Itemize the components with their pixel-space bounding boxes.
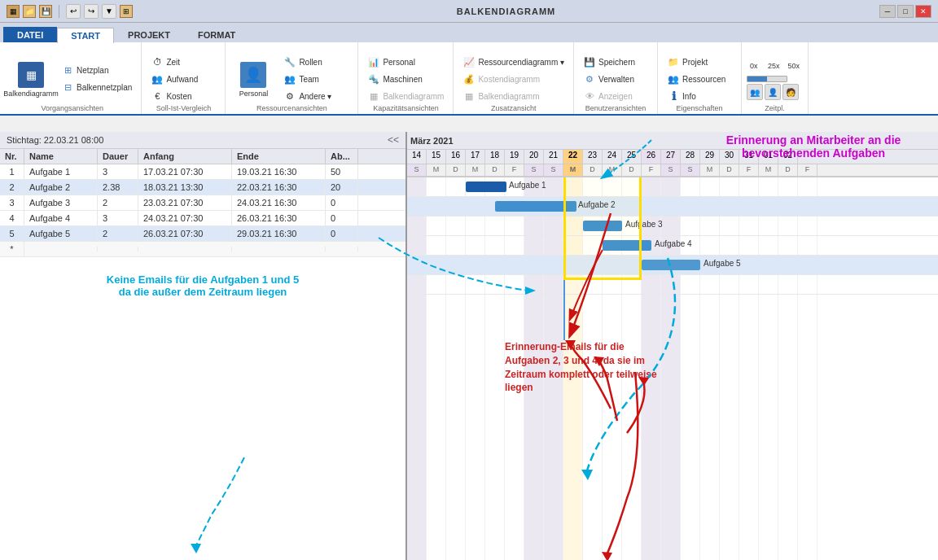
ressourcendiagramm-icon: 📈 [462, 55, 476, 68]
day-02: 02 [778, 150, 798, 164]
andere-label: Andere ▾ [299, 92, 331, 101]
minimize-button[interactable]: ─ [879, 5, 896, 18]
anzeigen-button[interactable]: 👁 Anzeigen [579, 88, 652, 104]
day-30: 30 [720, 150, 739, 164]
chart-row-4: Aufgabe 4 [407, 236, 938, 256]
zoom-people-icon[interactable]: 👥 [747, 84, 763, 100]
balkennetzplan-button[interactable]: ⊟ Balkennetzplan [57, 80, 136, 96]
soll-ist-label: Soll-Ist-Vergleich [142, 104, 225, 112]
rollen-button[interactable]: 🔧 Rollen [279, 54, 353, 70]
netzplan-icon: ⊞ [61, 64, 74, 77]
wd-S3: S [544, 164, 563, 176]
no-email-annotation: Keine Emails für die Aufgaben 1 und 5da … [0, 257, 405, 560]
wd-D2: D [485, 164, 505, 176]
day-17: 17 [466, 150, 485, 164]
projekt-button[interactable]: 📁 Projekt [663, 54, 736, 70]
maximize-button[interactable]: □ [897, 5, 914, 18]
ressourcen-label: Ressourcen [682, 75, 725, 84]
aufwand-button[interactable]: 👥 Aufwand [147, 71, 220, 87]
info-button[interactable]: ℹ Info [663, 88, 736, 104]
table-row[interactable]: 5 Aufgabe 5 2 26.03.21 07:30 29.03.21 16… [0, 226, 405, 242]
ribbon-group-eigenschaften: 📁 Projekt 👥 Ressourcen ℹ Info Eigenschaf… [658, 42, 742, 114]
verwalten-button[interactable]: ⚙ Verwalten [579, 71, 652, 87]
zeitplan-label: Zeitpl. [742, 104, 808, 112]
zeit-button[interactable]: ⏱ Zeit [147, 54, 220, 70]
table-row[interactable]: 3 Aufgabe 3 2 23.03.21 07:30 24.03.21 16… [0, 195, 405, 211]
verwalten-icon: ⚙ [583, 72, 596, 85]
personal-small-icon: 📊 [367, 55, 380, 68]
zoom-slider[interactable] [747, 76, 787, 82]
table-new-row[interactable]: * [0, 242, 405, 257]
table-row[interactable]: 4 Aufgabe 4 3 24.03.21 07:30 26.03.21 16… [0, 211, 405, 226]
tab-format[interactable]: FORMAT [184, 27, 249, 42]
netzplan-label: Netzplan [77, 66, 108, 75]
kosten-button[interactable]: € Kosten [147, 88, 220, 104]
team-label: Team [299, 75, 318, 84]
tab-projekt[interactable]: PROJEKT [114, 27, 184, 42]
month-header: März 2021 [407, 132, 938, 150]
zusatz-small: 📈 Ressourcendiagramm ▾ 💰 Kostendiagramm … [458, 54, 568, 104]
col-dauer: Dauer [98, 149, 138, 164]
tab-start[interactable]: START [57, 28, 114, 43]
day-26: 26 [642, 150, 661, 164]
speichern-label: Speichern [598, 58, 635, 67]
day-25: 25 [622, 150, 642, 164]
title-bar: ▦ 📁 💾 ↩ ↪ ▼ ⊞ BALKENDIAGRAMM ─ □ ✕ [0, 0, 938, 23]
chart-row-5: Aufgabe 5 [407, 256, 938, 275]
bar-5 [642, 260, 700, 270]
wd-D4: D [622, 164, 642, 176]
day-15: 15 [427, 150, 446, 164]
view-dropdown[interactable]: ▼ [102, 4, 116, 19]
ressourcen-small: 🔧 Rollen 👥 Team ⚙ Andere ▾ [279, 54, 353, 104]
speichern-button[interactable]: 💾 Speichern [579, 54, 652, 70]
netzplan-button[interactable]: ⊞ Netzplan [57, 63, 136, 79]
bar-4 [603, 240, 651, 251]
zoom-25x-button[interactable]: 25x [765, 58, 783, 74]
table-row[interactable]: 2 Aufgabe 2 2.38 18.03.21 13:30 22.03.21… [0, 180, 405, 195]
chart-row-1: Aufgabe 1 [407, 177, 938, 197]
maschinen-button[interactable]: 🔩 Maschinen [363, 71, 448, 87]
balkendiagramm-small-button[interactable]: ▦ Balkendiagramm [363, 88, 448, 104]
ribbon-group-soll-ist: ⏱ Zeit 👥 Aufwand € Kosten Soll-Ist-Vergl… [142, 42, 226, 114]
team-button[interactable]: 👥 Team [279, 71, 353, 87]
rollen-label: Rollen [299, 58, 322, 67]
balkendiagramm-button[interactable]: ▦ Balkendiagramm [8, 51, 54, 107]
andere-button[interactable]: ⚙ Andere ▾ [279, 88, 353, 104]
zoom-person2-icon[interactable]: 🧑 [782, 84, 799, 100]
kapazitaet-small: 📊 Personal 🔩 Maschinen ▦ Balkendiagramm [363, 54, 448, 104]
redo-button[interactable]: ↪ [84, 4, 99, 19]
ressourcendiagramm-button[interactable]: 📈 Ressourcendiagramm ▾ [458, 54, 568, 70]
kostendiagramm-button[interactable]: 💰 Kostendiagramm [458, 71, 568, 87]
zoom-person-icon[interactable]: 👤 [765, 84, 781, 100]
day-22-today: 22 [563, 150, 583, 164]
maschinen-icon: 🔩 [367, 72, 380, 85]
col-name: Name [24, 149, 98, 164]
vorgangsansichten-label: Vorgangsansichten [3, 104, 141, 112]
folder-icon[interactable]: 📁 [23, 5, 36, 18]
balkendiagramm2-button[interactable]: ▦ Balkendiagramm [458, 88, 568, 104]
wd-F4: F [798, 164, 817, 176]
undo-button[interactable]: ↩ [66, 4, 81, 19]
nav-back[interactable]: << [388, 134, 399, 146]
zoom-50x-button[interactable]: 50x [785, 58, 804, 74]
zoom-0x-button[interactable]: 0x [747, 58, 763, 74]
eigenschaften-label: Eigenschaften [658, 104, 741, 112]
tab-datei[interactable]: DATEI [3, 27, 57, 42]
table-row[interactable]: 1 Aufgabe 1 3 17.03.21 07:30 19.03.21 16… [0, 164, 405, 180]
weekdays-row: S M D M D F S S M D M D F S S M D F M D [407, 164, 938, 177]
ribbon-group-vorgangsansichten: ▦ Balkendiagramm ⊞ Netzplan ⊟ Balkennetz… [3, 42, 142, 114]
ribbon-tabs: DATEI START PROJEKT FORMAT [0, 23, 938, 42]
gantt-table: Stichtag: 22.03.21 08:00 << Nr. Name Dau… [0, 132, 407, 560]
personal-big-button[interactable]: 👤 Personal [230, 51, 276, 107]
wd-M4: M [603, 164, 622, 176]
save-icon[interactable]: 💾 [39, 5, 52, 18]
kostendiagramm-label: Kostendiagramm [478, 75, 540, 84]
ressourcen-button[interactable]: 👥 Ressourcen [663, 71, 736, 87]
personal-small-button[interactable]: 📊 Personal [363, 54, 448, 70]
day-16: 16 [446, 150, 466, 164]
verwalten-label: Verwalten [598, 75, 634, 84]
bar-1-label: Aufgabe 1 [509, 181, 546, 190]
month-label: März 2021 [410, 136, 454, 146]
bar-3 [583, 221, 622, 231]
close-button[interactable]: ✕ [915, 5, 931, 18]
